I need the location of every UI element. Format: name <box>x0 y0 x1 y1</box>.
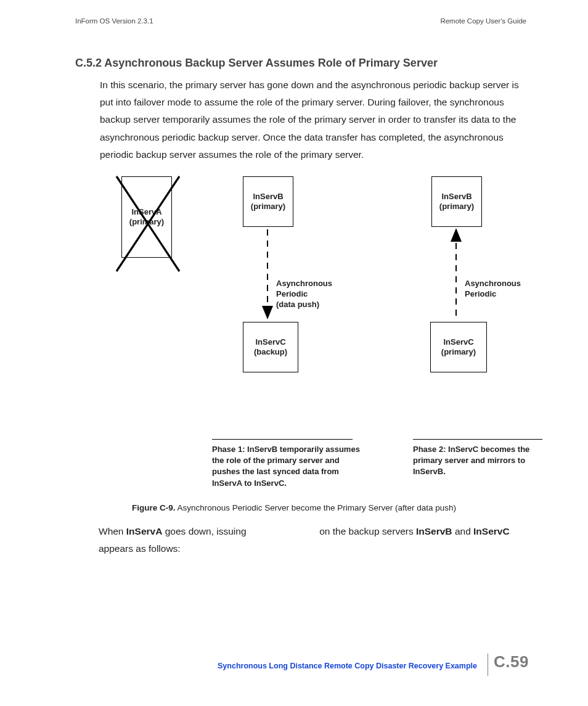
phase1-rule <box>212 439 353 440</box>
box-inservc2-role: (primary) <box>441 347 476 357</box>
section-paragraph: In this scenario, the primary server has… <box>100 76 531 163</box>
t4: and <box>452 526 473 536</box>
page: InForm OS Version 2.3.1 Remote Copy User… <box>0 0 588 706</box>
phase1-caption: Phase 1: InServB temporarily assumes the… <box>212 444 366 489</box>
box-inservc-phase1: InServC (backup) <box>243 322 298 372</box>
inservc-bold: InServC <box>473 526 510 536</box>
phase2-caption: Phase 2: InServC becomes the primary ser… <box>413 444 549 478</box>
t3: on the backup servers <box>317 526 416 536</box>
box-inservb2-role: (primary) <box>439 202 474 211</box>
inserva-bold: InServA <box>126 526 163 536</box>
box-inservb1-name: InServB <box>253 192 283 202</box>
cross-out-icon <box>114 174 182 279</box>
figure-caption-text: Asynchronous Periodic Server become the … <box>176 503 456 512</box>
figure-caption-label: Figure C-9. <box>132 503 176 512</box>
arrow-up-icon <box>449 227 463 321</box>
svg-marker-3 <box>262 306 273 319</box>
arrow-down-icon <box>260 227 275 322</box>
t5: appears as follows: <box>99 543 181 554</box>
t2: goes down, issuing <box>162 526 248 536</box>
t1: When <box>99 526 126 536</box>
arrow-label-phase1-l1: Asynchronous <box>276 279 332 289</box>
header-left: InForm OS Version 2.3.1 <box>75 17 153 25</box>
box-inservb2-name: InServB <box>441 192 472 202</box>
arrow-label-phase2: Asynchronous Periodic <box>465 279 521 300</box>
section-heading: C.5.2 Asynchronous Backup Server Assumes… <box>75 57 438 70</box>
box-inservc1-role: (backup) <box>254 347 287 357</box>
footer-divider <box>488 654 488 676</box>
arrow-label-phase1-l3: (data push) <box>276 300 332 310</box>
box-inservb1-role: (primary) <box>251 202 285 211</box>
arrow-label-phase2-l2: Periodic <box>465 289 521 300</box>
box-inservb-phase1: InServB (primary) <box>243 176 293 227</box>
svg-marker-4 <box>451 228 462 242</box>
header-right: Remote Copy User's Guide <box>440 17 526 25</box>
arrow-label-phase1-l2: Periodic <box>276 289 332 300</box>
box-inservc2-name: InServC <box>443 337 473 347</box>
box-inservc1-name: InServC <box>255 337 285 347</box>
figure-diagram: InServA (primary) InServB (primary) Asyn… <box>75 168 531 501</box>
arrow-label-phase2-l1: Asynchronous <box>465 279 521 289</box>
inservb-bold: InServB <box>416 526 452 536</box>
phase2-rule <box>413 439 542 440</box>
box-inservb-phase2: InServB (primary) <box>431 176 482 227</box>
page-number: C.59 <box>494 652 529 671</box>
figure-caption: Figure C-9. Asynchronous Periodic Server… <box>0 503 588 512</box>
footer-link[interactable]: Synchronous Long Distance Remote Copy Di… <box>218 662 477 670</box>
arrow-label-phase1: Asynchronous Periodic (data push) <box>276 279 332 310</box>
box-inserva: InServA (primary) <box>121 176 172 258</box>
box-inservc-phase2: InServC (primary) <box>430 322 487 372</box>
after-paragraph: When InServA goes down, issuing on the b… <box>99 523 536 557</box>
